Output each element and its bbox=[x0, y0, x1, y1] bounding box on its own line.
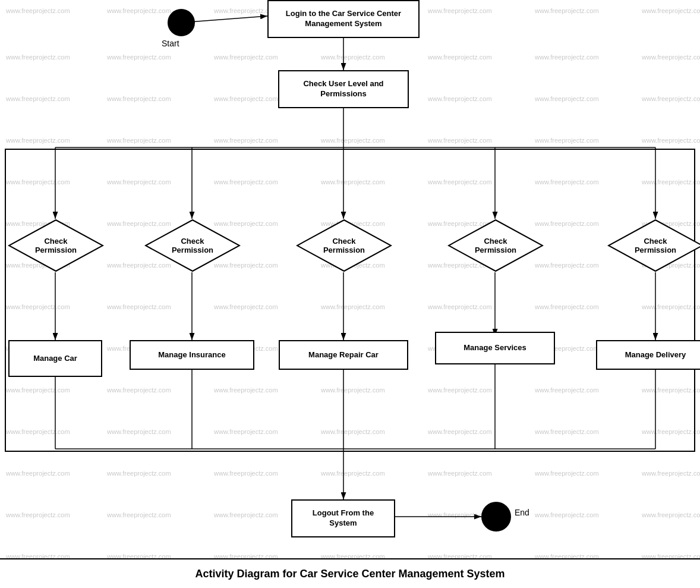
check-permission-diamond-2: Check Permission bbox=[144, 219, 241, 272]
check-permission-diamond-4: Check Permission bbox=[447, 219, 544, 272]
start-circle bbox=[168, 9, 195, 36]
check-permission-text-1: Check Permission bbox=[35, 237, 77, 254]
check-permission-text-5: Check Permission bbox=[635, 237, 676, 254]
watermark: www.freeprojectz.com bbox=[107, 511, 171, 518]
check-permission-diamond-1: Check Permission bbox=[8, 219, 104, 272]
watermark: www.freeprojectz.com bbox=[535, 137, 599, 144]
watermark: www.freeprojectz.com bbox=[214, 95, 278, 102]
watermark: www.freeprojectz.com bbox=[6, 511, 70, 518]
watermark: www.freeprojectz.com bbox=[642, 7, 700, 14]
end-circle bbox=[481, 502, 511, 532]
watermark: www.freeprojectz.com bbox=[535, 54, 599, 61]
watermark: www.freeprojectz.com bbox=[428, 470, 492, 477]
check-permission-diamond-5: Check Permission bbox=[607, 219, 700, 272]
manage-car-box: Manage Car bbox=[8, 340, 102, 377]
watermark: www.freeprojectz.com bbox=[6, 470, 70, 477]
watermark: www.freeprojectz.com bbox=[107, 95, 171, 102]
manage-services-text: Manage Services bbox=[463, 343, 526, 353]
login-box: Login to the Car Service Center Manageme… bbox=[267, 0, 420, 38]
manage-repair-car-text: Manage Repair Car bbox=[308, 350, 379, 360]
footer-title: Activity Diagram for Car Service Center … bbox=[195, 568, 504, 580]
logout-box: Logout From the System bbox=[291, 499, 395, 537]
logout-text: Logout From the System bbox=[313, 508, 374, 529]
manage-delivery-text: Manage Delivery bbox=[625, 350, 686, 360]
watermark: www.freeprojectz.com bbox=[535, 511, 599, 518]
watermark: www.freeprojectz.com bbox=[428, 95, 492, 102]
manage-repair-car-box: Manage Repair Car bbox=[279, 340, 408, 370]
manage-insurance-text: Manage Insurance bbox=[158, 350, 225, 360]
watermark: www.freeprojectz.com bbox=[107, 137, 171, 144]
watermark: www.freeprojectz.com bbox=[6, 7, 70, 14]
watermark: www.freeprojectz.com bbox=[321, 54, 385, 61]
manage-insurance-box: Manage Insurance bbox=[130, 340, 254, 370]
check-user-level-box: Check User Level and Permissions bbox=[278, 70, 409, 108]
watermark: www.freeprojectz.com bbox=[107, 470, 171, 477]
branches-container bbox=[5, 149, 695, 452]
watermark: www.freeprojectz.com bbox=[642, 470, 700, 477]
watermark: www.freeprojectz.com bbox=[6, 54, 70, 61]
watermark: www.freeprojectz.com bbox=[428, 137, 492, 144]
watermark: www.freeprojectz.com bbox=[214, 511, 278, 518]
footer: Activity Diagram for Car Service Center … bbox=[0, 558, 700, 588]
login-text: Login to the Car Service Center Manageme… bbox=[269, 9, 418, 29]
watermark: www.freeprojectz.com bbox=[214, 54, 278, 61]
watermark: www.freeprojectz.com bbox=[428, 7, 492, 14]
manage-delivery-box: Manage Delivery bbox=[596, 340, 700, 370]
check-permission-text-2: Check Permission bbox=[172, 237, 213, 254]
watermark: www.freeprojectz.com bbox=[642, 511, 700, 518]
check-user-level-text: Check User Level and Permissions bbox=[303, 79, 383, 99]
watermark: www.freeprojectz.com bbox=[535, 95, 599, 102]
watermark: www.freeprojectz.com bbox=[321, 137, 385, 144]
watermark: www.freeprojectz.com bbox=[428, 54, 492, 61]
watermark: www.freeprojectz.com bbox=[107, 54, 171, 61]
check-permission-text-3: Check Permission bbox=[323, 237, 365, 254]
watermark: www.freeprojectz.com bbox=[107, 7, 171, 14]
watermark: www.freeprojectz.com bbox=[642, 137, 700, 144]
manage-car-text: Manage Car bbox=[33, 354, 77, 364]
end-label: End bbox=[515, 508, 529, 517]
manage-services-box: Manage Services bbox=[435, 332, 555, 364]
watermark: www.freeprojectz.com bbox=[642, 54, 700, 61]
watermark: www.freeprojectz.com bbox=[535, 470, 599, 477]
watermark: www.freeprojectz.com bbox=[214, 137, 278, 144]
watermark: www.freeprojectz.com bbox=[535, 7, 599, 14]
check-permission-text-4: Check Permission bbox=[475, 237, 516, 254]
watermark: www.freeprojectz.com bbox=[6, 137, 70, 144]
watermark: www.freeprojectz.com bbox=[214, 470, 278, 477]
check-permission-diamond-3: Check Permission bbox=[296, 219, 392, 272]
watermark: www.freeprojectz.com bbox=[6, 95, 70, 102]
watermark: www.freeprojectz.com bbox=[321, 470, 385, 477]
start-label: Start bbox=[162, 39, 179, 48]
watermark: www.freeprojectz.com bbox=[642, 95, 700, 102]
